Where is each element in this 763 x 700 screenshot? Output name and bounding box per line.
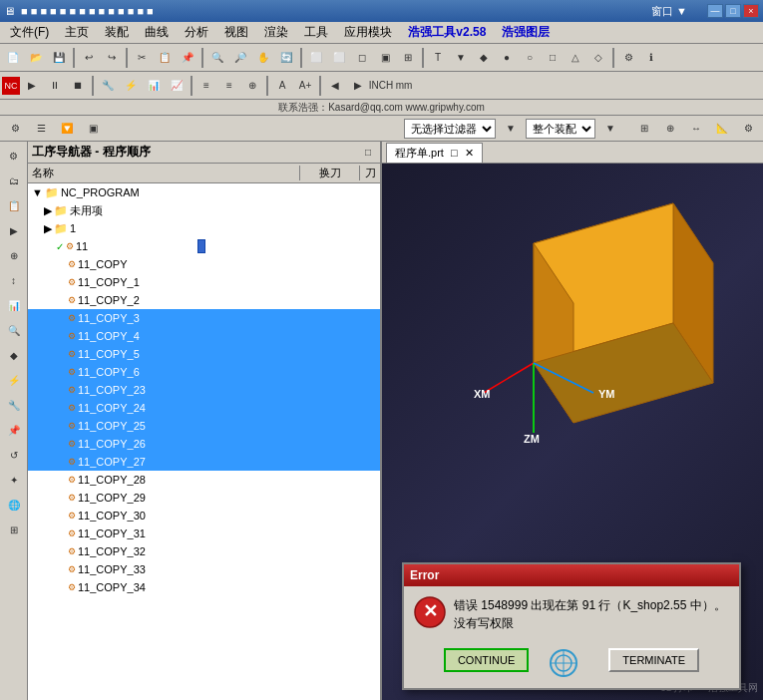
tree-item-15[interactable]: ⚙11_COPY_27 <box>28 453 380 471</box>
tb-extra2[interactable]: ⊕ <box>659 118 681 140</box>
tb2-b6[interactable]: ⚡ <box>120 75 142 97</box>
tb-info[interactable]: ℹ <box>640 47 662 69</box>
side-icon-2[interactable]: 🗂 <box>2 169 26 192</box>
side-icon-10[interactable]: ⚡ <box>2 368 26 392</box>
menu-tools[interactable]: 工具 <box>296 22 336 43</box>
tb-select[interactable]: 🔍 <box>206 47 228 69</box>
tb2-b3[interactable]: ⏸ <box>44 75 66 97</box>
tree-item-22[interactable]: ⚙11_COPY_34 <box>28 578 380 596</box>
tb-extra1[interactable]: ⊞ <box>633 118 655 140</box>
tree-item-18[interactable]: ⚙11_COPY_30 <box>28 507 380 525</box>
tb-paste[interactable]: 📌 <box>177 47 198 69</box>
tb-view4[interactable]: ▣ <box>374 47 396 69</box>
tb2-b16[interactable]: INCH <box>370 75 392 97</box>
side-icon-5[interactable]: ⊕ <box>2 243 26 267</box>
tb-rotate[interactable]: 🔄 <box>275 47 297 69</box>
tb-zoom[interactable]: 🔎 <box>229 47 251 69</box>
tb-redo[interactable]: ↪ <box>101 47 123 69</box>
filter2-icon[interactable]: ▣ <box>82 118 104 140</box>
menu-view[interactable]: 视图 <box>216 22 256 43</box>
tb-extra5[interactable]: ⚙ <box>737 118 759 140</box>
tb-extra3[interactable]: ↔ <box>685 118 707 140</box>
assembly-dropdown[interactable]: ▼ <box>599 118 621 140</box>
tree-item-16[interactable]: ⚙11_COPY_28 <box>28 471 380 489</box>
nav-expand[interactable]: □ <box>360 145 376 161</box>
tree-item-1[interactable]: ▶📁未用项 <box>28 201 380 219</box>
no-select-filter[interactable]: 无选择过滤器 <box>404 119 496 139</box>
minimize-button[interactable]: — <box>707 4 723 18</box>
tb-t8[interactable]: ◇ <box>587 47 609 69</box>
settings-icon[interactable]: ⚙ <box>4 118 26 140</box>
tree-item-10[interactable]: ⚙11_COPY_6 <box>28 363 380 381</box>
tb-view3[interactable]: ◻ <box>351 47 373 69</box>
filter-icon[interactable]: 🔽 <box>56 118 78 140</box>
tb2-b1[interactable]: NC <box>2 77 20 95</box>
tb2-b9[interactable]: ≡ <box>195 75 217 97</box>
tree-item-8[interactable]: ⚙11_COPY_4 <box>28 327 380 345</box>
tree-item-17[interactable]: ⚙11_COPY_29 <box>28 489 380 507</box>
tb2-b7[interactable]: 📊 <box>143 75 165 97</box>
side-icon-9[interactable]: ◆ <box>2 343 26 367</box>
tb-t6[interactable]: □ <box>542 47 564 69</box>
tb-new[interactable]: 📄 <box>2 47 24 69</box>
tree-item-21[interactable]: ⚙11_COPY_33 <box>28 560 380 578</box>
tree-item-5[interactable]: ⚙11_COPY_1 <box>28 273 380 291</box>
tb-open[interactable]: 📂 <box>25 47 47 69</box>
tb-view2[interactable]: ⬜ <box>328 47 350 69</box>
tb2-b2[interactable]: ▶ <box>21 75 43 97</box>
side-icon-1[interactable]: ⚙ <box>2 144 26 168</box>
view-tab-close[interactable]: ✕ <box>465 147 474 159</box>
close-button[interactable]: × <box>743 4 759 18</box>
menu-render[interactable]: 渲染 <box>256 22 296 43</box>
tree-item-0[interactable]: ▼📁NC_PROGRAM <box>28 183 380 201</box>
menu-home[interactable]: 主页 <box>57 22 97 43</box>
tb2-b14[interactable]: ◀ <box>324 75 346 97</box>
tb2-b5[interactable]: 🔧 <box>97 75 119 97</box>
menu-file[interactable]: 文件(F) <box>2 22 57 43</box>
side-icon-8[interactable]: 🔍 <box>2 318 26 342</box>
tb2-b8[interactable]: 📈 <box>166 75 188 97</box>
tree-item-19[interactable]: ⚙11_COPY_31 <box>28 525 380 542</box>
tb-save[interactable]: 💾 <box>48 47 70 69</box>
side-icon-11[interactable]: 🔧 <box>2 393 26 417</box>
menu-analysis[interactable]: 分析 <box>177 22 216 43</box>
tree-item-4[interactable]: ⚙11_COPY <box>28 255 380 273</box>
side-icon-13[interactable]: ↺ <box>2 443 26 467</box>
tb2-b17[interactable]: mm <box>393 75 415 97</box>
tb2-b10[interactable]: ≡ <box>218 75 240 97</box>
side-icon-16[interactable]: ⊞ <box>2 518 26 541</box>
tb-copy[interactable]: 📋 <box>154 47 176 69</box>
tb-settings[interactable]: ⚙ <box>617 47 639 69</box>
assembly-filter[interactable]: 整个装配 <box>526 119 595 139</box>
menu-haoqiang-tools[interactable]: 浩强工具v2.58 <box>400 22 494 43</box>
view-tab-program[interactable]: 程序单.prt □ ✕ <box>386 143 483 163</box>
tb2-b4[interactable]: ⏹ <box>67 75 89 97</box>
tree-item-20[interactable]: ⚙11_COPY_32 <box>28 542 380 560</box>
tree-item-6[interactable]: ⚙11_COPY_2 <box>28 291 380 309</box>
side-icon-6[interactable]: ↕ <box>2 268 26 292</box>
side-icon-14[interactable]: ✦ <box>2 468 26 492</box>
continue-button[interactable]: CONTINUE <box>444 648 529 672</box>
menu-haoqiang-layer[interactable]: 浩强图层 <box>494 22 558 43</box>
menu-curve[interactable]: 曲线 <box>137 22 177 43</box>
tb-view1[interactable]: ⬜ <box>305 47 327 69</box>
tree-item-2[interactable]: ▶📁1 <box>28 219 380 237</box>
side-icon-4[interactable]: ▶ <box>2 218 26 242</box>
side-icon-12[interactable]: 📌 <box>2 418 26 442</box>
tree-item-9[interactable]: ⚙11_COPY_5 <box>28 345 380 363</box>
tree-item-3[interactable]: ✓⚙11 <box>28 237 380 255</box>
tb-t3[interactable]: ◆ <box>473 47 495 69</box>
tb-extra4[interactable]: 📐 <box>711 118 733 140</box>
side-icon-3[interactable]: 📋 <box>2 193 26 217</box>
tb-t1[interactable]: T <box>427 47 449 69</box>
tb-cut[interactable]: ✂ <box>131 47 153 69</box>
tb2-b11[interactable]: ⊕ <box>241 75 263 97</box>
menu-assembly[interactable]: 装配 <box>97 22 137 43</box>
tb2-b12[interactable]: A <box>271 75 293 97</box>
side-icon-7[interactable]: 📊 <box>2 293 26 317</box>
filter-dropdown[interactable]: ▼ <box>500 118 522 140</box>
tree-item-12[interactable]: ⚙11_COPY_24 <box>28 399 380 417</box>
menu-appmodule[interactable]: 应用模块 <box>336 22 400 43</box>
maximize-button[interactable]: □ <box>725 4 741 18</box>
tb-view5[interactable]: ⊞ <box>397 47 419 69</box>
